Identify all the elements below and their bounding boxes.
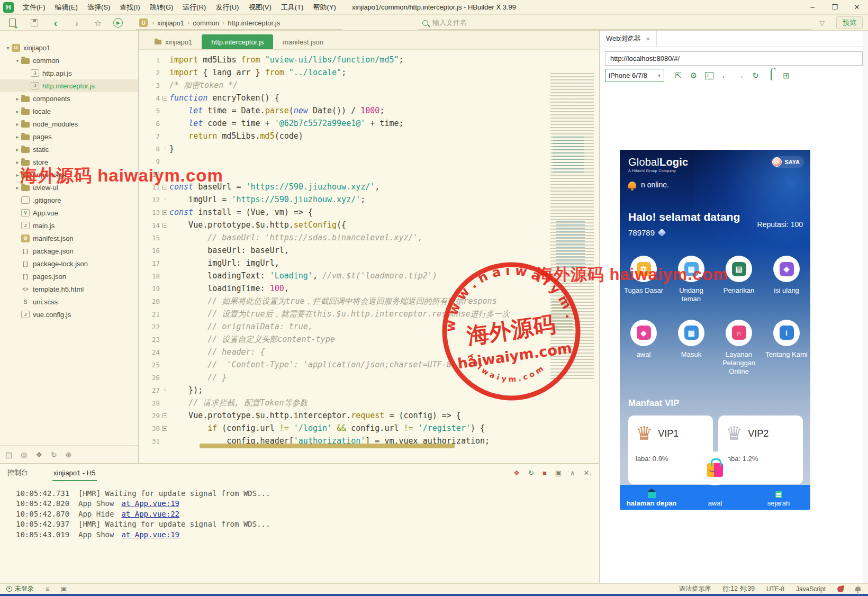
refresh-icon[interactable]: ↻: [748, 71, 763, 80]
grid-item-tentang-kami[interactable]: iTentang Kami: [763, 320, 810, 376]
tree-item-uview-ui[interactable]: ▸uview-ui: [0, 181, 138, 194]
menu-item[interactable]: 选择(S): [83, 3, 115, 12]
tree-item-components[interactable]: ▸components: [0, 92, 138, 105]
menu-item[interactable]: 编辑(E): [50, 3, 83, 12]
log-source-link[interactable]: at App.vue:22: [121, 510, 179, 518]
grid-item-penarikan[interactable]: ▤Penarikan: [715, 256, 763, 304]
search-view-icon[interactable]: ◎: [21, 450, 27, 459]
statusbar-item[interactable]: JavaScript: [796, 585, 826, 593]
nav-item-halaman-depan[interactable]: halaman depan: [620, 485, 683, 510]
grid-item-isi-ulang[interactable]: ◈isi ulang: [763, 256, 810, 304]
tab-manifest-json[interactable]: manifest.json: [273, 34, 333, 49]
fold-column[interactable]: [160, 210, 169, 215]
tree-item-static[interactable]: ▸static: [0, 143, 138, 156]
devtools-icon[interactable]: ›_: [705, 72, 713, 79]
nav-forward-icon[interactable]: →: [733, 71, 748, 80]
menu-item[interactable]: 查找(I): [115, 3, 144, 12]
tree-item-locale[interactable]: ▸locale: [0, 105, 138, 118]
url-bar[interactable]: http://localhost:8080/#/: [605, 51, 863, 66]
clear-log-icon[interactable]: ✕↓: [584, 469, 592, 477]
panel-scrollbar[interactable]: [863, 31, 868, 583]
qrcode-icon[interactable]: ⊞: [779, 71, 794, 80]
tree-item-unpackage[interactable]: ▸unpackage: [0, 168, 138, 181]
horizontal-scrollbar[interactable]: [200, 444, 455, 448]
statusbar-item[interactable]: 语法提示库: [679, 584, 711, 593]
account-icon[interactable]: [6, 586, 12, 592]
tree-item-pages[interactable]: ▸pages: [0, 130, 138, 143]
fold-column[interactable]: [160, 413, 169, 418]
close-icon[interactable]: ×: [646, 35, 650, 43]
tree-item-main-js[interactable]: Jmain.js: [0, 219, 138, 232]
fold-column[interactable]: [160, 426, 169, 431]
tree-item--gitignore[interactable]: .gitignore: [0, 194, 138, 206]
save-button[interactable]: [29, 17, 40, 29]
notice-banner[interactable]: n online.: [628, 180, 669, 189]
tree-item-vue-config-js[interactable]: Jvue.config.js: [0, 308, 138, 321]
nav-center-button[interactable]: [698, 451, 732, 485]
breadcrumb[interactable]: U ›xinjiapo1›common›http.interceptor.js: [136, 16, 342, 30]
log-source-link[interactable]: at App.vue:19: [121, 499, 179, 508]
grid-item-layanan-pelanggan-online[interactable]: ∩Layanan Pelanggan Online: [715, 320, 763, 376]
login-status[interactable]: 未登录: [15, 584, 34, 593]
files-view-icon[interactable]: ▤: [5, 450, 12, 459]
code-area[interactable]: 1import md5Libs from "uview-ui/libs/func…: [139, 50, 599, 450]
run-button[interactable]: ▶: [112, 17, 124, 29]
grid-item-tugas-dasar[interactable]: ⚖Tugas Dasar: [620, 256, 667, 304]
tree-item-package-json[interactable]: [ ]package.json: [0, 245, 138, 257]
stop-icon[interactable]: ■: [542, 469, 547, 477]
breadcrumb-item[interactable]: xinjiapo1: [157, 19, 184, 27]
nav-item-awal[interactable]: awal: [683, 485, 747, 510]
new-file-button[interactable]: [6, 17, 18, 29]
fold-column[interactable]: [160, 96, 169, 101]
statusbar-item[interactable]: UTF-8: [766, 585, 784, 593]
breadcrumb-item[interactable]: common: [193, 19, 219, 27]
fold-column[interactable]: [160, 223, 169, 228]
tree-item-package-lock-json[interactable]: [ ]package-lock.json: [0, 257, 138, 270]
lock-icon[interactable]: [763, 71, 779, 80]
tree-item-http-interceptor-js[interactable]: Jhttp.interceptor.js: [0, 79, 138, 92]
collapse-panel-icon[interactable]: ∧: [570, 469, 575, 477]
tab-http-interceptor-js[interactable]: http.interceptor.js: [202, 34, 273, 49]
tree-item-store[interactable]: ▸store: [0, 156, 138, 168]
breadcrumb-item[interactable]: http.interceptor.js: [228, 19, 280, 27]
debug-icon[interactable]: ❖: [513, 469, 520, 477]
tree-item-xinjiapo1[interactable]: ▾Uxinjiapo1: [0, 41, 138, 54]
tab-xinjiapo1[interactable]: xinjiapo1: [145, 34, 202, 49]
statusbar-item[interactable]: 行:12 列:39: [722, 584, 755, 593]
plugins-icon[interactable]: ⊕: [66, 450, 72, 459]
log-source-link[interactable]: at App.vue:19: [121, 530, 179, 539]
filter-icon[interactable]: ▽: [819, 19, 825, 27]
gear-icon[interactable]: ⚙: [686, 71, 701, 80]
menu-item[interactable]: 帮助(Y): [308, 3, 340, 12]
close-button[interactable]: ✕: [846, 0, 868, 14]
back-button[interactable]: ‹: [50, 17, 61, 29]
minimize-button[interactable]: –: [801, 0, 824, 14]
console-tab[interactable]: xinjiapo1 - H5: [52, 465, 97, 481]
minimap[interactable]: [550, 73, 594, 380]
menu-item[interactable]: 文件(F): [18, 3, 50, 12]
menu-item[interactable]: 跳转(G): [145, 3, 178, 12]
grid-item-undang-teman[interactable]: ▦Undang teman: [667, 256, 715, 304]
nav-back-icon[interactable]: ←: [717, 71, 733, 80]
menu-item[interactable]: 运行(R): [178, 3, 211, 12]
tree-item-common[interactable]: ▾common: [0, 54, 138, 67]
maximize-button[interactable]: ❐: [824, 0, 846, 14]
open-external-icon[interactable]: ⇱: [671, 71, 686, 80]
preview-button[interactable]: 预览: [836, 16, 863, 29]
tree-item-template-h5-html[interactable]: <>template.h5.html: [0, 283, 138, 295]
file-search[interactable]: 输入文件名: [418, 16, 812, 30]
tree-item-http-api-js[interactable]: Jhttp.api.js: [0, 67, 138, 79]
tree-item-uni-scss[interactable]: Suni.scss: [0, 295, 138, 308]
device-selector[interactable]: iPhone 6/7/8 ▾: [605, 69, 664, 82]
nav-item-sejarah[interactable]: sejarah: [747, 485, 810, 510]
tree-item-pages-json[interactable]: [ ]pages.json: [0, 270, 138, 283]
menu-item[interactable]: 工具(T): [276, 3, 309, 12]
grid-item-masuk[interactable]: ▦Masuk: [667, 320, 715, 376]
bookmark-button[interactable]: ☆: [92, 17, 104, 29]
menu-item[interactable]: 发行(U): [211, 3, 243, 12]
outline-icon[interactable]: ≡: [46, 585, 49, 593]
tree-item-manifest-json[interactable]: ⚙manifest.json: [0, 232, 138, 245]
grid-item-awal[interactable]: ◆awal: [620, 320, 667, 376]
bell-icon[interactable]: [855, 586, 861, 591]
profile-chip[interactable]: SAYA: [771, 156, 804, 168]
